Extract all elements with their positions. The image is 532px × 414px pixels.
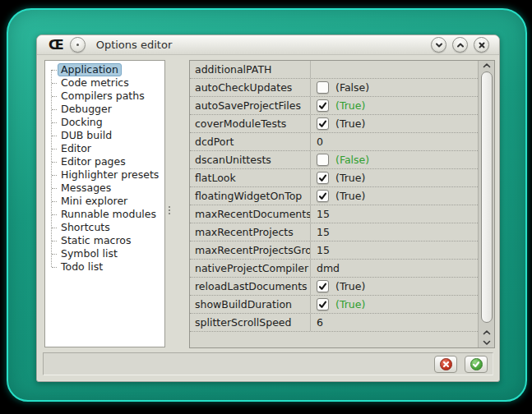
property-value: 15 [317, 226, 330, 238]
scroll-down-button[interactable] [479, 338, 494, 347]
sidebar-item-messages[interactable]: Messages [45, 182, 164, 195]
titlebar[interactable]: Œ Options editor [37, 35, 499, 55]
property-name: coverModuleTests [190, 115, 310, 132]
shade-button[interactable] [431, 37, 446, 53]
chevron-up-icon [456, 40, 465, 50]
checkbox[interactable] [317, 280, 329, 292]
property-value: (False) [335, 154, 369, 166]
property-row-dcdPort[interactable]: dcdPort 0 [190, 133, 478, 151]
property-row-floatingWidgetOnTop[interactable]: floatingWidgetOnTop (True) [190, 187, 478, 205]
property-row-reloadLastDocuments[interactable]: reloadLastDocuments (True) [190, 278, 478, 296]
property-value: (True) [335, 117, 365, 130]
property-value: (True) [335, 280, 365, 292]
sidebar-item-debugger[interactable]: Debugger [45, 103, 164, 116]
property-name: maxRecentProjectsGrou [190, 242, 310, 259]
scroll-up-button[interactable] [479, 61, 494, 71]
cancel-x-icon [440, 358, 452, 370]
chevron-down-icon [483, 339, 491, 346]
property-value-cell [310, 61, 478, 78]
property-row-showBuildDuration[interactable]: showBuildDuration (True) [190, 296, 478, 314]
check-icon [318, 192, 327, 200]
vertical-scrollbar[interactable] [478, 61, 494, 347]
property-value-cell: (False) [310, 79, 478, 96]
property-value: 15 [317, 208, 330, 220]
category-tree-items: Application Code metrics Compilers paths… [45, 63, 164, 274]
sidebar-item-editor[interactable]: Editor [45, 142, 164, 155]
sidebar-item-label: Todo list [58, 260, 106, 274]
checkbox[interactable] [317, 99, 329, 112]
property-value-cell: dmd [310, 260, 478, 277]
checkbox[interactable] [317, 154, 329, 166]
close-button[interactable] [474, 37, 489, 53]
property-row-maxRecentProjectsGrou[interactable]: maxRecentProjectsGrou 15 [190, 242, 478, 260]
sidebar-item-label: DUB build [58, 129, 115, 142]
check-icon [318, 102, 327, 110]
property-row-flatLook[interactable]: flatLook (True) [190, 169, 478, 187]
property-value: (True) [335, 172, 365, 184]
property-row-autoCheckUpdates[interactable]: autoCheckUpdates (False) [190, 79, 478, 97]
accept-check-icon [470, 358, 483, 370]
property-value: (True) [335, 190, 365, 202]
sidebar-item-compilers-paths[interactable]: Compilers paths [45, 90, 164, 103]
window-menu-button[interactable] [70, 37, 86, 53]
property-row-autoSaveProjectFiles[interactable]: autoSaveProjectFiles (True) [190, 97, 478, 115]
property-rows: additionalPATH autoCheckUpdates (False) … [190, 61, 478, 332]
property-value-cell: (True) [310, 115, 478, 132]
sidebar-item-label: Symbol list [58, 247, 121, 260]
sidebar-item-label: Shortcuts [58, 221, 113, 234]
scroll-up-button-bottom[interactable] [479, 328, 494, 338]
property-name: showBuildDuration [190, 296, 310, 313]
property-row-nativeProjectCompiler[interactable]: nativeProjectCompiler dmd [190, 260, 478, 278]
options-editor-dialog: Œ Options editor [36, 34, 500, 382]
sidebar-item-label: Editor [58, 142, 95, 155]
property-value-cell: (True) [310, 278, 478, 295]
window-frame: Œ Options editor [7, 8, 527, 402]
chevron-down-icon [434, 40, 444, 50]
property-row-additionalPATH[interactable]: additionalPATH [190, 61, 478, 79]
checkbox[interactable] [317, 190, 329, 202]
sidebar-item-todo-list[interactable]: Todo list [45, 260, 164, 274]
accept-button[interactable] [465, 356, 488, 373]
checkbox[interactable] [317, 117, 329, 130]
property-row-coverModuleTests[interactable]: coverModuleTests (True) [190, 115, 478, 133]
sidebar-item-mini-explorer[interactable]: Mini explorer [45, 195, 164, 208]
sidebar-item-highlighter-presets[interactable]: Highlighter presets [45, 168, 164, 182]
sidebar-item-editor-pages[interactable]: Editor pages [45, 155, 164, 168]
sidebar-item-shortcuts[interactable]: Shortcuts [45, 221, 164, 234]
property-value-cell: (True) [310, 296, 478, 313]
checkbox[interactable] [317, 81, 329, 94]
sidebar-item-symbol-list[interactable]: Symbol list [45, 247, 164, 260]
sidebar-item-code-metrics[interactable]: Code metrics [45, 76, 164, 90]
sidebar-item-docking[interactable]: Docking [45, 116, 164, 129]
property-row-maxRecentProjects[interactable]: maxRecentProjects 15 [190, 223, 478, 242]
property-name: floatingWidgetOnTop [190, 187, 310, 205]
unshade-button[interactable] [452, 37, 468, 53]
property-value: (True) [335, 298, 365, 310]
property-row-maxRecentDocuments[interactable]: maxRecentDocuments 15 [190, 205, 478, 223]
check-icon [318, 283, 327, 291]
property-value: 0 [317, 136, 323, 148]
property-row-dscanUnittests[interactable]: dscanUnittests (False) [190, 151, 478, 169]
sidebar-item-static-macros[interactable]: Static macros [45, 234, 164, 247]
check-icon [318, 301, 327, 309]
property-name: nativeProjectCompiler [190, 260, 310, 277]
check-icon [318, 174, 327, 182]
property-value-cell: (True) [310, 187, 478, 205]
sidebar-item-dub-build[interactable]: DUB build [45, 129, 164, 142]
property-row-splitterScrollSpeed[interactable]: splitterScrollSpeed 6 [190, 314, 478, 332]
property-name: flatLook [190, 169, 310, 186]
property-name: additionalPATH [190, 61, 310, 78]
sidebar-item-label: Code metrics [58, 76, 132, 90]
check-icon [318, 120, 327, 128]
sidebar-item-application[interactable]: Application [45, 63, 164, 76]
chevron-up-icon [483, 329, 491, 336]
sidebar-item-label: Messages [58, 182, 114, 195]
splitter-handle[interactable] [168, 205, 171, 214]
property-value: dmd [317, 262, 340, 274]
cancel-button[interactable] [434, 356, 457, 373]
checkbox[interactable] [317, 298, 329, 310]
scrollbar-thumb[interactable] [481, 71, 493, 323]
property-name: autoCheckUpdates [190, 79, 310, 96]
sidebar-item-runnable-modules[interactable]: Runnable modules [45, 208, 164, 221]
checkbox[interactable] [317, 172, 329, 184]
